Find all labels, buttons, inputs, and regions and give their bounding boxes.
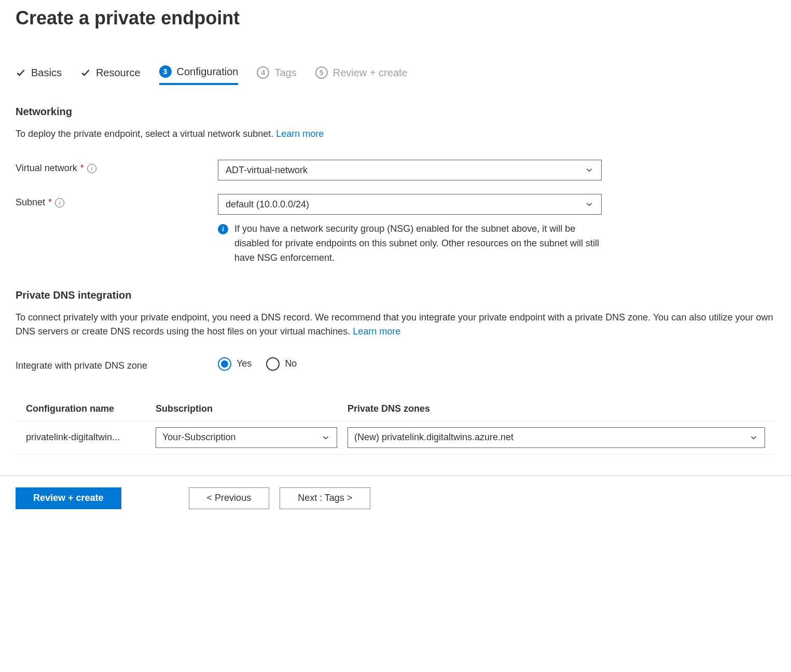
dns-config-table: Configuration name Subscription Private … [16, 397, 775, 455]
info-icon[interactable]: i [55, 198, 64, 207]
networking-heading: Networking [16, 106, 775, 118]
table-header: Configuration name Subscription Private … [16, 397, 775, 421]
dns-heading: Private DNS integration [16, 289, 775, 301]
tab-tags[interactable]: 4 Tags [257, 65, 296, 85]
dns-zone-value: (New) privatelink.digitaltwins.azure.net [354, 432, 514, 443]
networking-desc: To deploy the private endpoint, select a… [16, 127, 775, 141]
previous-button[interactable]: < Previous [189, 487, 270, 509]
chevron-down-icon [585, 200, 594, 209]
check-icon [16, 67, 26, 78]
tab-tags-label: Tags [274, 67, 296, 79]
tab-step-number: 3 [159, 65, 172, 78]
subnet-label: Subnet [16, 197, 45, 208]
chevron-down-icon [749, 433, 758, 442]
tab-resource[interactable]: Resource [80, 65, 141, 85]
radio-yes-label: Yes [237, 358, 252, 369]
col-config-name: Configuration name [26, 403, 156, 414]
dns-zone-dropdown[interactable]: (New) privatelink.digitaltwins.azure.net [348, 427, 765, 448]
col-zones: Private DNS zones [348, 403, 765, 414]
subscription-dropdown[interactable]: Your-Subscription [156, 427, 337, 448]
subscription-value: Your-Subscription [162, 432, 235, 443]
vnet-field: Virtual network * i ADT-virtual-network [16, 160, 775, 180]
vnet-label: Virtual network [16, 163, 77, 174]
tab-basics[interactable]: Basics [16, 65, 62, 85]
check-icon [80, 67, 91, 78]
info-filled-icon: i [218, 224, 228, 234]
integrate-dns-field: Integrate with private DNS zone Yes No [16, 357, 775, 371]
dns-desc: To connect privately with your private e… [16, 311, 775, 339]
chevron-down-icon [585, 165, 594, 175]
radio-selected-icon [218, 357, 231, 371]
required-indicator: * [80, 163, 84, 174]
config-name-cell: privatelink-digitaltwin... [26, 432, 156, 443]
next-button[interactable]: Next : Tags > [280, 487, 370, 509]
review-create-button[interactable]: Review + create [16, 487, 121, 509]
subnet-info-note: i If you have a network security group (… [218, 222, 602, 265]
footer-bar: Review + create < Previous Next : Tags > [0, 475, 791, 521]
dns-learn-more-link[interactable]: Learn more [353, 326, 400, 337]
tab-basics-label: Basics [31, 67, 62, 79]
page-title: Create a private endpoint [16, 7, 775, 29]
subnet-field: Subnet * i default (10.0.0.0/24) i If yo… [16, 194, 775, 265]
radio-yes[interactable]: Yes [218, 357, 252, 371]
networking-learn-more-link[interactable]: Learn more [276, 129, 324, 139]
subnet-value: default (10.0.0.0/24) [226, 199, 309, 210]
vnet-value: ADT-virtual-network [226, 165, 308, 176]
tab-resource-label: Resource [96, 67, 141, 79]
wizard-tabs: Basics Resource 3 Configuration 4 Tags 5… [16, 65, 775, 85]
tab-configuration[interactable]: 3 Configuration [159, 65, 239, 85]
subnet-dropdown[interactable]: default (10.0.0.0/24) [218, 194, 602, 215]
tab-review-label: Review + create [333, 67, 408, 79]
vnet-dropdown[interactable]: ADT-virtual-network [218, 160, 602, 180]
col-subscription: Subscription [156, 403, 348, 414]
tab-configuration-label: Configuration [177, 66, 239, 78]
radio-no[interactable]: No [266, 357, 297, 371]
chevron-down-icon [321, 433, 330, 442]
table-row: privatelink-digitaltwin... Your-Subscrip… [16, 421, 775, 455]
subnet-note-text: If you have a network security group (NS… [234, 222, 602, 265]
required-indicator: * [48, 197, 52, 208]
info-icon[interactable]: i [87, 164, 96, 173]
tab-step-number: 5 [315, 66, 328, 79]
radio-no-label: No [285, 358, 297, 369]
radio-unselected-icon [266, 357, 280, 371]
integrate-dns-label: Integrate with private DNS zone [16, 360, 147, 371]
tab-review[interactable]: 5 Review + create [315, 65, 408, 85]
tab-step-number: 4 [257, 66, 269, 79]
integrate-dns-radio-group: Yes No [218, 357, 602, 371]
